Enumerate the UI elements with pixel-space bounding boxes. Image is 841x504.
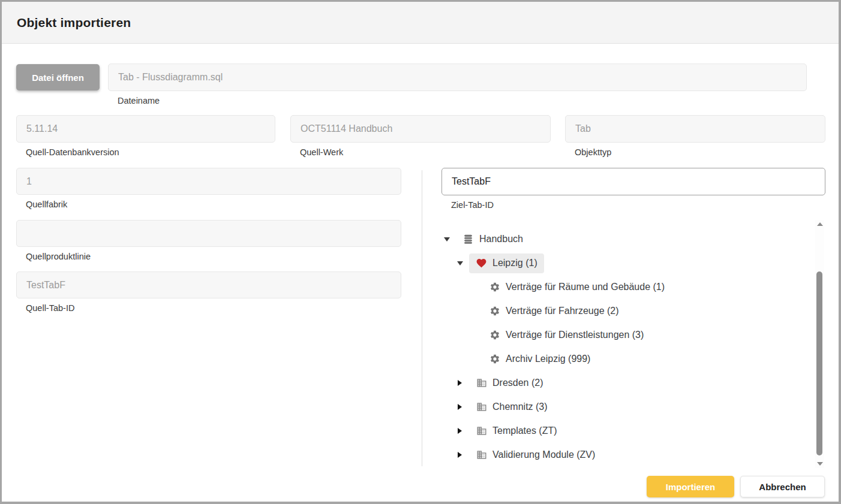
tree-item[interactable]: Templates (ZT)	[441, 419, 812, 443]
cancel-button[interactable]: Abbrechen	[740, 476, 825, 497]
tree-item-label: Verträge für Dienstleistungen (3)	[506, 330, 644, 340]
tree-item-content[interactable]: Chemnitz (3)	[469, 397, 554, 417]
tree-item[interactable]: Validierung Module (ZV)	[441, 443, 812, 467]
tree-item-label: Archiv Leipzig (999)	[506, 354, 590, 364]
tree-item-label: Verträge für Räume und Gebäude (1)	[506, 282, 665, 292]
source-factory-field-group: Quellfabrik	[16, 168, 401, 195]
target-tab-id-field-group: Ziel-Tab-ID	[441, 168, 825, 195]
tree-item-content[interactable]: Archiv Leipzig (999)	[482, 349, 597, 369]
expand-arrow-icon[interactable]	[455, 448, 469, 462]
tree-item[interactable]: Archiv Leipzig (999)	[441, 347, 812, 371]
source-product-line-field-group: Quellproduktlinie	[16, 220, 401, 247]
gear-icon	[489, 354, 500, 365]
source-plant-field-group: Quell-Werk	[290, 115, 551, 143]
object-type-field-group: Objekttyp	[565, 115, 825, 143]
tree-item[interactable]: Leipzig (1)	[441, 251, 812, 275]
tree-item[interactable]: Verträge für Fahrzeuge (2)	[441, 299, 812, 323]
heart-icon	[476, 258, 487, 269]
gear-icon	[489, 330, 500, 341]
source-product-line-label: Quellproduktlinie	[26, 252, 91, 261]
gear-icon	[489, 282, 500, 293]
tree-item-content[interactable]: Verträge für Räume und Gebäude (1)	[482, 277, 671, 297]
building-icon	[476, 402, 487, 413]
tree-item-label: Handbuch	[479, 234, 523, 245]
collapse-arrow-icon[interactable]	[455, 256, 469, 270]
tree-item-label: Verträge für Fahrzeuge (2)	[506, 306, 619, 316]
page-title: Objekt importieren	[17, 16, 131, 30]
building-icon	[476, 378, 487, 389]
collapse-arrow-icon[interactable]	[441, 232, 456, 246]
tree-item[interactable]: Handbuch	[441, 227, 812, 251]
gear-icon	[489, 306, 500, 317]
tree-item[interactable]: Dresden (2)	[441, 371, 812, 395]
tree-item-content[interactable]: Handbuch	[456, 230, 530, 249]
tree-item-label: Templates (ZT)	[492, 425, 557, 436]
target-tab-id-input[interactable]	[441, 168, 825, 195]
import-button[interactable]: Importieren	[647, 476, 734, 497]
filename-label: Dateiname	[118, 96, 160, 105]
tree-item-label: Validierung Module (ZV)	[492, 449, 595, 460]
source-plant-input[interactable]	[290, 115, 551, 143]
source-tab-id-label: Quell-Tab-ID	[26, 303, 74, 313]
source-db-version-label: Quell-Datenbankversion	[26, 147, 119, 157]
open-file-button[interactable]: Datei öffnen	[16, 64, 100, 90]
tree-item-label: Dresden (2)	[492, 378, 543, 388]
import-object-dialog: Objekt importieren Datei öffnen Dateinam…	[0, 0, 841, 504]
target-tab-id-label: Ziel-Tab-ID	[451, 200, 494, 210]
scroll-up-icon[interactable]	[815, 220, 824, 228]
tree-item[interactable]: Verträge für Räume und Gebäude (1)	[441, 275, 812, 299]
building-icon	[476, 449, 487, 461]
tree-item[interactable]: Chemnitz (3)	[441, 395, 812, 419]
source-product-line-input[interactable]	[16, 220, 401, 247]
expander-spacer	[468, 304, 482, 318]
source-tab-id-field-group: Quell-Tab-ID	[16, 271, 401, 298]
filename-input[interactable]	[108, 64, 807, 91]
tree-item-content[interactable]: Verträge für Fahrzeuge (2)	[482, 301, 626, 321]
source-factory-input[interactable]	[16, 168, 401, 195]
tree-item-content[interactable]: Templates (ZT)	[469, 421, 564, 441]
source-db-version-input[interactable]	[16, 115, 275, 143]
expander-spacer	[468, 352, 482, 366]
object-type-label: Objekttyp	[575, 147, 611, 157]
building-icon	[476, 425, 487, 437]
tree-scrollbar[interactable]	[815, 220, 824, 468]
object-type-input[interactable]	[565, 115, 825, 143]
source-tab-id-input[interactable]	[16, 271, 401, 298]
dialog-header: Objekt importieren	[2, 2, 839, 44]
expand-arrow-icon[interactable]	[455, 400, 469, 414]
database-icon	[462, 234, 474, 245]
tree-item-label: Leipzig (1)	[492, 258, 537, 268]
scrollbar-thumb[interactable]	[816, 271, 822, 455]
tree-item-label: Chemnitz (3)	[492, 402, 548, 412]
source-db-version-field-group: Quell-Datenbankversion	[16, 115, 275, 143]
scroll-down-icon[interactable]	[815, 460, 824, 468]
expand-arrow-icon[interactable]	[455, 424, 469, 438]
tree-item[interactable]: Verträge für Dienstleistungen (3)	[441, 323, 812, 347]
vertical-divider	[422, 170, 422, 466]
expand-arrow-icon[interactable]	[455, 376, 469, 390]
source-plant-label: Quell-Werk	[300, 147, 343, 157]
filename-field-group: Dateiname	[108, 64, 807, 91]
expander-spacer	[468, 328, 482, 342]
expander-spacer	[468, 280, 482, 294]
tree-item-content-selected[interactable]: Leipzig (1)	[469, 253, 544, 273]
target-location-tree: HandbuchLeipzig (1)Verträge für Räume un…	[441, 227, 812, 467]
tree-item-content[interactable]: Verträge für Dienstleistungen (3)	[482, 325, 650, 345]
source-factory-label: Quellfabrik	[26, 200, 67, 209]
tree-item-content[interactable]: Dresden (2)	[469, 373, 549, 393]
tree-item-content[interactable]: Validierung Module (ZV)	[469, 445, 602, 465]
